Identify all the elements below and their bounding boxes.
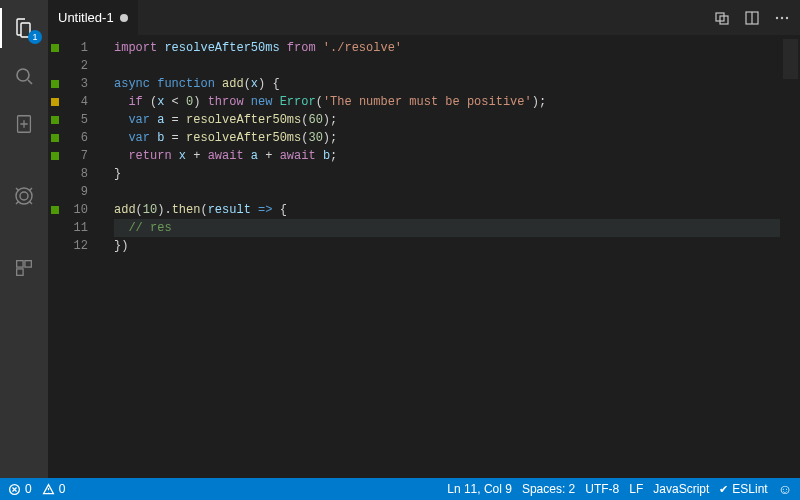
minimap[interactable] [780, 35, 800, 478]
tab-untitled[interactable]: Untitled-1 [48, 0, 139, 35]
svg-rect-5 [25, 261, 31, 267]
svg-rect-6 [17, 269, 23, 275]
svg-point-3 [20, 192, 28, 200]
status-encoding[interactable]: UTF-8 [585, 482, 619, 496]
status-warnings[interactable]: 0 [42, 482, 66, 496]
split-editor-icon[interactable] [744, 10, 760, 26]
explorer-badge: 1 [28, 30, 42, 44]
code-editor[interactable]: 123456 789101112 import resolveAfter50ms… [48, 35, 800, 478]
status-errors[interactable]: 0 [8, 482, 32, 496]
svg-point-0 [17, 69, 29, 81]
debug-icon[interactable] [0, 176, 48, 216]
search-icon[interactable] [0, 56, 48, 96]
smile-icon [778, 481, 792, 497]
svg-point-11 [781, 16, 783, 18]
check-icon [719, 482, 728, 496]
gutter-marks [48, 35, 62, 478]
activity-bar: 1 [0, 0, 48, 478]
line-numbers: 123456 789101112 [62, 35, 102, 478]
tab-title: Untitled-1 [58, 10, 114, 25]
explorer-icon[interactable]: 1 [0, 8, 48, 48]
status-bar: 0 0 Ln 11, Col 9 Spaces: 2 UTF-8 LF Java… [0, 478, 800, 500]
svg-rect-4 [17, 261, 23, 267]
status-feedback[interactable] [778, 481, 792, 497]
status-language[interactable]: JavaScript [653, 482, 709, 496]
status-eol[interactable]: LF [629, 482, 643, 496]
svg-point-12 [786, 16, 788, 18]
compare-changes-icon[interactable] [714, 10, 730, 26]
source-control-icon[interactable] [0, 104, 48, 144]
extensions-icon[interactable] [0, 248, 48, 288]
svg-point-10 [776, 16, 778, 18]
status-cursor-position[interactable]: Ln 11, Col 9 [447, 482, 512, 496]
modified-indicator-icon [120, 14, 128, 22]
status-eslint[interactable]: ESLint [719, 482, 767, 496]
code-content[interactable]: import resolveAfter50ms from './resolve'… [102, 35, 780, 478]
status-indentation[interactable]: Spaces: 2 [522, 482, 575, 496]
editor-group: Untitled-1 [48, 0, 800, 478]
tab-bar: Untitled-1 [48, 0, 800, 35]
more-actions-icon[interactable] [774, 10, 790, 26]
